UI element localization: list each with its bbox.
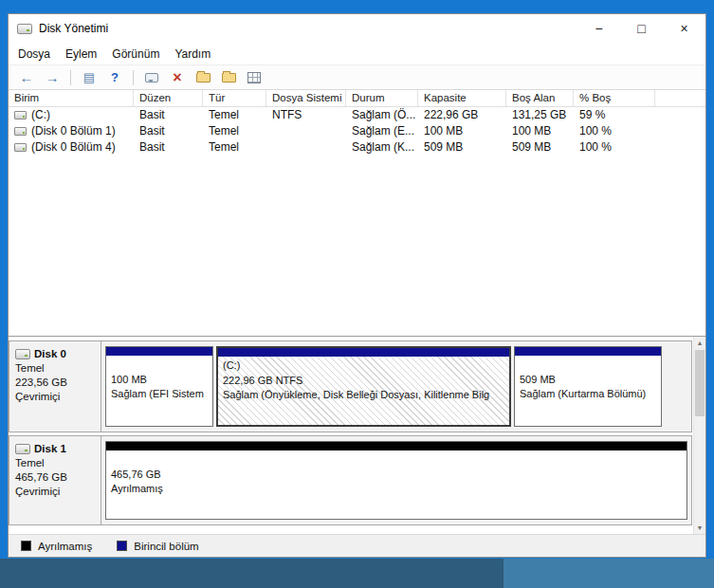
disk-size: 465,76 GB <box>15 470 97 485</box>
volume-cell: (Disk 0 Bölüm 1) <box>9 123 134 139</box>
column-header-kapasite[interactable]: Kapasite <box>418 90 506 106</box>
graphical-view: Disk 0 Temel 223,56 GB Çevrimiçi 100 MB … <box>9 336 705 534</box>
disk-1-row: Disk 1 Temel 465,76 GB Çevrimiçi 465,76 … <box>9 435 692 525</box>
partition-color-bar <box>218 348 509 357</box>
partition-color-bar <box>106 347 212 356</box>
column-header-durum[interactable]: Durum <box>346 90 418 106</box>
taskbar[interactable] <box>0 559 714 588</box>
legend: Ayrılmamış Birincil bölüm <box>9 534 705 557</box>
disk-type: Temel <box>15 361 97 376</box>
legend-label: Birincil bölüm <box>134 541 198 552</box>
cell-duzen: Basit <box>134 107 203 123</box>
explore-folder-icon[interactable] <box>219 68 238 87</box>
menu-eylem[interactable]: Eylem <box>58 45 104 64</box>
cell-kapasite: 100 MB <box>418 123 506 139</box>
scroll-up-icon[interactable]: ▲ <box>694 337 705 349</box>
volume-cell: (Disk 0 Bölüm 4) <box>9 139 134 156</box>
partition-size: 222,96 GB NTFS <box>223 374 504 389</box>
cell-bos-alan: 100 MB <box>506 123 574 139</box>
partition-c[interactable]: (C:) 222,96 GB NTFS Sağlam (Önyükleme, D… <box>216 346 511 427</box>
legend-item-unallocated: Ayrılmamış <box>21 541 92 552</box>
column-header-bos-pct[interactable]: % Boş <box>574 90 655 106</box>
partition-status: Ayrılmamış <box>111 482 682 497</box>
partition-size: 509 MB <box>520 373 656 388</box>
close-button[interactable]: × <box>663 14 705 43</box>
menubar: Dosya Eylem Görünüm Yardım <box>9 43 705 64</box>
column-header-duzen[interactable]: Düzen <box>134 90 203 106</box>
partition-title <box>111 452 682 468</box>
menu-yardim[interactable]: Yardım <box>167 45 218 64</box>
partition-title <box>111 358 208 373</box>
disk-management-window: Disk Yönetimi − □ × Dosya Eylem Görünüm … <box>8 13 706 558</box>
open-folder-icon[interactable] <box>193 68 212 87</box>
partition-color-bar <box>515 347 661 356</box>
volume-cell: (C:) <box>9 107 134 123</box>
partition-recovery[interactable]: 509 MB Sağlam (Kurtarma Bölümü) <box>514 346 662 427</box>
scrollbar-thumb[interactable] <box>695 350 705 416</box>
minimize-button[interactable]: − <box>577 14 620 43</box>
titlebar-left: Disk Yönetimi <box>9 22 577 35</box>
cell-dosya-sistemi: NTFS <box>266 107 346 123</box>
grid-icon <box>247 72 261 83</box>
toolbar-separator <box>70 70 71 85</box>
partition-body: 509 MB Sağlam (Kurtarma Bölümü) <box>515 356 661 426</box>
partition-size: 465,76 GB <box>111 468 682 483</box>
table-row[interactable]: (C:) Basit Temel NTFS Sağlam (Ö... 222,9… <box>9 107 705 123</box>
disk-size: 223,56 GB <box>15 376 97 390</box>
volume-list: Birim Düzen Tür Dosya Sistemi Durum Kapa… <box>9 90 705 336</box>
column-header-dosya-sistemi[interactable]: Dosya Sistemi <box>266 90 346 106</box>
partition-status: Sağlam (EFI Sistem <box>111 387 208 402</box>
disk-1-label[interactable]: Disk 1 Temel 465,76 GB Çevrimiçi <box>9 436 101 524</box>
scroll-down-icon[interactable]: ▼ <box>694 522 705 534</box>
cell-dosya-sistemi <box>266 123 346 139</box>
menu-gorunum[interactable]: Görünüm <box>104 45 167 64</box>
column-header-tur[interactable]: Tür <box>203 90 266 106</box>
taskbar-tray[interactable] <box>503 559 714 588</box>
partition-title <box>520 358 656 373</box>
folder-icon <box>222 73 236 83</box>
cell-tur: Temel <box>203 107 266 123</box>
delete-volume-icon[interactable]: × <box>168 68 187 87</box>
forward-icon[interactable]: → <box>43 68 62 87</box>
maximize-button[interactable]: □ <box>620 14 663 43</box>
partition-body: 100 MB Sağlam (EFI Sistem <box>106 356 212 426</box>
properties-grid-icon[interactable] <box>245 68 264 87</box>
cell-durum: Sağlam (E... <box>346 123 418 139</box>
partition-efi[interactable]: 100 MB Sağlam (EFI Sistem <box>105 346 213 427</box>
disk-name: Disk 1 <box>34 442 66 456</box>
cell-tur: Temel <box>203 123 266 139</box>
scrollbar[interactable]: ▲ ▼ <box>693 337 705 534</box>
column-header-bos-alan[interactable]: Boş Alan <box>506 90 574 106</box>
volume-icon <box>14 127 27 136</box>
disk-0-label[interactable]: Disk 0 Temel 223,56 GB Çevrimiçi <box>9 341 101 432</box>
disk-status: Çevrimiçi <box>15 485 97 499</box>
dialog-bubble-icon <box>145 73 158 83</box>
action-pane-icon[interactable] <box>142 68 161 87</box>
help-icon[interactable]: ? <box>105 68 124 87</box>
window-title: Disk Yönetimi <box>39 22 108 35</box>
unallocated-color-bar <box>106 442 687 450</box>
cell-bos-pct: 100 % <box>574 123 655 139</box>
table-row[interactable]: (Disk 0 Bölüm 1) Basit Temel Sağlam (E..… <box>9 123 705 139</box>
cell-tur: Temel <box>203 139 266 156</box>
toolbar: ← → ▤ ? × <box>9 64 705 90</box>
back-icon[interactable]: ← <box>17 68 36 87</box>
disk-rows: Disk 0 Temel 223,56 GB Çevrimiçi 100 MB … <box>9 340 692 525</box>
cell-bos-pct: 100 % <box>574 139 655 156</box>
unallocated-swatch-icon <box>21 541 31 551</box>
volume-name: (Disk 0 Bölüm 1) <box>31 123 116 139</box>
cell-kapasite: 509 MB <box>418 139 506 156</box>
menu-dosya[interactable]: Dosya <box>10 45 58 64</box>
volume-list-header: Birim Düzen Tür Dosya Sistemi Durum Kapa… <box>9 90 705 107</box>
partition-body: (C:) 222,96 GB NTFS Sağlam (Önyükleme, D… <box>218 357 509 425</box>
unallocated-space[interactable]: 465,76 GB Ayrılmamış <box>105 441 687 520</box>
console-tree-icon[interactable]: ▤ <box>80 68 99 87</box>
table-row[interactable]: (Disk 0 Bölüm 4) Basit Temel Sağlam (K..… <box>9 139 705 156</box>
legend-item-primary: Birincil bölüm <box>117 541 198 552</box>
partition-size: 100 MB <box>111 373 208 388</box>
volume-name: (C:) <box>31 107 50 123</box>
partition-title: (C:) <box>223 358 504 374</box>
column-header-birim[interactable]: Birim <box>9 90 134 106</box>
toolbar-separator <box>133 70 134 85</box>
partition-body: 465,76 GB Ayrılmamış <box>106 450 687 519</box>
